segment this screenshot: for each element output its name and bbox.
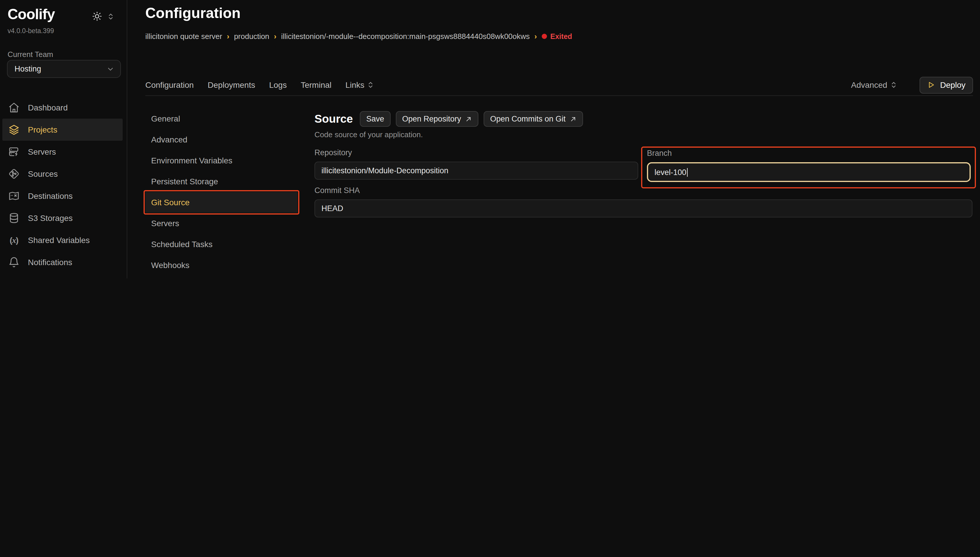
tabs-bar: Configuration Deployments Logs Terminal … (145, 76, 973, 94)
home-icon (8, 102, 20, 113)
tab-logs[interactable]: Logs (269, 80, 287, 90)
layers-icon (8, 124, 20, 135)
open-commits-button[interactable]: Open Commits on Git (484, 111, 583, 127)
git-icon (8, 168, 20, 180)
advanced-toggle[interactable]: Advanced (851, 80, 898, 90)
parentheses-x-icon: (x) (8, 234, 20, 246)
subnav-item-servers[interactable]: Servers (145, 213, 297, 234)
tab-links[interactable]: Links (346, 80, 374, 90)
sidebar-item-destinations[interactable]: Destinations (2, 185, 123, 207)
repository-input[interactable]: illicitestonion/Module-Decomposition (314, 162, 638, 180)
tab-terminal[interactable]: Terminal (301, 80, 332, 90)
sidebar-item-keys-tokens[interactable]: Keys & Tokens (2, 273, 123, 278)
branch-label: Branch (647, 149, 971, 159)
commit-sha-field: Commit SHA HEAD (314, 186, 972, 217)
open-repository-button[interactable]: Open Repository (396, 111, 479, 127)
sidebar-item-notifications[interactable]: Notifications (2, 251, 123, 273)
section-title: Source (314, 112, 353, 125)
server-icon (8, 146, 20, 158)
section-description: Code source of your application. (314, 130, 423, 139)
status-text: Exited (551, 32, 572, 41)
chevron-right-icon: › (274, 32, 277, 41)
breadcrumb-application[interactable]: illicitestonion/-module--decomposition:m… (281, 32, 530, 41)
team-select[interactable]: Hosting (7, 60, 121, 78)
chevron-right-icon: › (227, 32, 229, 41)
source-heading-row: Source Save Open Repository Open Commits… (314, 111, 583, 127)
subnav-item-webhooks[interactable]: Webhooks (145, 255, 297, 275)
main-content: Configuration illicitonion quote server … (127, 0, 980, 278)
current-team-label: Current Team (8, 50, 53, 59)
commit-sha-label: Commit SHA (314, 186, 972, 196)
annotation-box-branch: Branch level-100 (641, 147, 976, 188)
external-link-icon (570, 116, 577, 122)
sidebar: Coolify v4.0.0-beta.399 Current Team Hos… (0, 0, 127, 278)
theme-sun-icon[interactable] (92, 11, 102, 21)
sidebar-item-s3-storages[interactable]: S3 Storages (2, 207, 123, 229)
team-select-value: Hosting (15, 65, 41, 73)
page-title: Configuration (145, 5, 241, 21)
bell-icon (8, 256, 20, 268)
subnav-item-git-source[interactable]: Git Source (145, 192, 297, 213)
breadcrumb: illicitonion quote server › production ›… (145, 32, 572, 41)
repository-label: Repository (314, 148, 638, 158)
text-caret (687, 168, 688, 176)
sidebar-nav: Dashboard Projects Servers Sources (0, 96, 127, 278)
sidebar-item-sources[interactable]: Sources (2, 163, 123, 185)
chevrons-up-down-icon (367, 81, 374, 89)
database-icon (8, 212, 20, 224)
breadcrumb-environment[interactable]: production (234, 32, 269, 41)
breadcrumb-project[interactable]: illicitonion quote server (145, 32, 222, 41)
commit-sha-input[interactable]: HEAD (314, 199, 972, 217)
subnav-item-advanced[interactable]: Advanced (145, 129, 297, 150)
sidebar-item-dashboard[interactable]: Dashboard (2, 96, 123, 119)
tab-configuration[interactable]: Configuration (145, 80, 194, 90)
branch-input[interactable]: level-100 (647, 162, 971, 182)
divider (145, 95, 973, 96)
subnav-item-scheduled-tasks[interactable]: Scheduled Tasks (145, 234, 297, 255)
chevrons-up-down-icon (890, 81, 898, 89)
branch-field: Branch level-100 (647, 149, 971, 182)
deploy-button[interactable]: Deploy (920, 77, 973, 93)
subnav-item-preview-deployments[interactable]: Preview Deployments (145, 275, 297, 278)
config-subnav: General Advanced Environment Variables P… (145, 108, 297, 278)
subnav-item-general[interactable]: General (145, 108, 297, 129)
chevron-right-icon: › (535, 32, 537, 41)
app-window: Coolify v4.0.0-beta.399 Current Team Hos… (0, 0, 980, 278)
app-logo[interactable]: Coolify (8, 6, 55, 23)
status-badge: Exited (542, 32, 572, 41)
save-button[interactable]: Save (360, 111, 391, 127)
map-icon (8, 190, 20, 202)
repository-field: Repository illicitestonion/Module-Decomp… (314, 148, 638, 180)
app-version: v4.0.0-beta.399 (8, 27, 54, 34)
subnav-item-environment-variables[interactable]: Environment Variables (145, 150, 297, 171)
sidebar-item-shared-variables[interactable]: (x) Shared Variables (2, 229, 123, 251)
subnav-item-persistent-storage[interactable]: Persistent Storage (145, 171, 297, 192)
chevrons-up-down-icon[interactable] (107, 12, 114, 21)
play-icon (927, 81, 936, 89)
sidebar-item-projects[interactable]: Projects (2, 119, 123, 141)
tab-deployments[interactable]: Deployments (208, 80, 255, 90)
chevron-down-icon (106, 65, 114, 73)
external-link-icon (465, 116, 472, 122)
sidebar-item-servers[interactable]: Servers (2, 141, 123, 163)
status-dot-icon (542, 34, 547, 39)
